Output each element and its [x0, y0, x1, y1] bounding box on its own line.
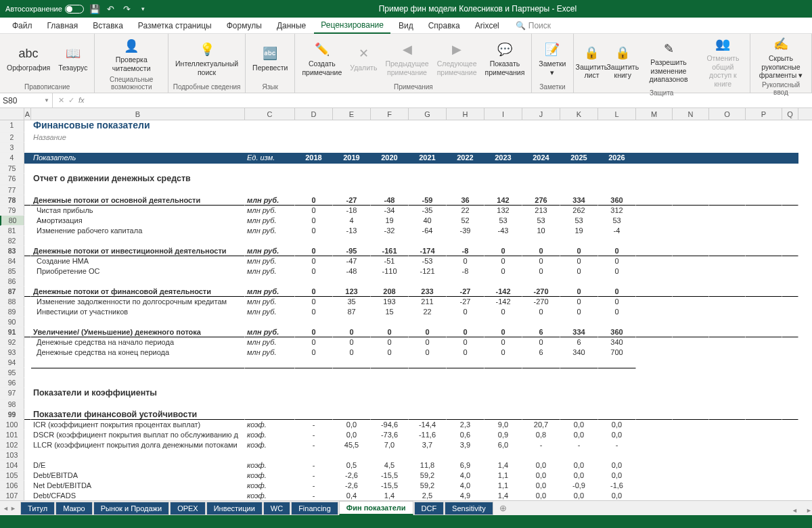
cell[interactable] — [782, 358, 798, 368]
cell[interactable]: 0 — [447, 327, 484, 337]
row-header[interactable]: 86 — [0, 277, 24, 287]
row-header[interactable]: 107 — [0, 491, 24, 500]
cell[interactable]: -142 — [484, 287, 522, 297]
cell[interactable]: - — [295, 440, 333, 450]
cell[interactable] — [31, 378, 245, 388]
cell[interactable] — [636, 143, 673, 153]
sheet-tab[interactable]: Рынок и Продажи — [93, 502, 169, 515]
cell[interactable]: 0 — [484, 327, 522, 337]
cell[interactable]: 2026 — [598, 153, 636, 164]
cell[interactable] — [245, 400, 295, 410]
cell[interactable] — [295, 174, 333, 185]
cell[interactable]: 0 — [560, 256, 598, 266]
cell[interactable] — [673, 410, 709, 420]
cell[interactable] — [782, 143, 798, 153]
cell[interactable] — [409, 174, 447, 185]
cell[interactable]: -8 — [447, 266, 484, 277]
cell[interactable] — [673, 440, 709, 450]
cell[interactable] — [598, 133, 636, 143]
cell[interactable]: - — [560, 440, 598, 450]
cell[interactable] — [782, 236, 798, 246]
cell[interactable] — [746, 133, 782, 143]
cell[interactable] — [636, 440, 673, 450]
cell[interactable]: -48 — [371, 195, 409, 206]
cell[interactable]: - — [295, 471, 333, 481]
cell[interactable]: 0,0 — [560, 471, 598, 481]
cell[interactable] — [560, 410, 598, 420]
cell[interactable]: 276 — [522, 195, 560, 206]
cell[interactable]: Показатели и коэффициенты — [31, 388, 245, 400]
cell[interactable]: 0,0 — [560, 430, 598, 440]
cell[interactable]: 123 — [333, 287, 371, 297]
cell[interactable] — [295, 164, 333, 174]
cell[interactable]: 334 — [560, 195, 598, 206]
cell[interactable] — [31, 236, 245, 246]
row-header[interactable]: 102 — [0, 440, 24, 450]
col-header[interactable]: C — [245, 108, 295, 120]
cell[interactable]: Отчет о движении денежных средств — [31, 174, 245, 185]
cell[interactable] — [560, 133, 598, 143]
cell[interactable] — [709, 400, 746, 410]
cell[interactable] — [333, 358, 371, 368]
ribbon-btn[interactable]: abcОрфография — [4, 45, 53, 74]
ribbon-btn[interactable]: 🔒Защититькнигу — [608, 44, 637, 81]
cell[interactable]: 0 — [409, 337, 447, 347]
cell[interactable]: 0 — [333, 347, 371, 358]
cell[interactable]: 2024 — [522, 153, 560, 164]
row-header[interactable]: 4 — [0, 153, 24, 164]
cell[interactable]: Денежные средства на начало периода — [31, 337, 245, 347]
cell[interactable]: 0,8 — [522, 430, 560, 440]
cell[interactable]: -142 — [484, 297, 522, 307]
cell[interactable] — [245, 143, 295, 153]
cell[interactable]: -34 — [371, 206, 409, 216]
cell[interactable] — [782, 307, 798, 317]
cell[interactable]: - — [295, 430, 333, 440]
cell[interactable] — [560, 277, 598, 287]
cell[interactable] — [636, 368, 673, 378]
cell[interactable]: 0 — [598, 287, 636, 297]
cell[interactable] — [522, 143, 560, 153]
cell[interactable] — [295, 450, 333, 460]
cell[interactable]: Создание НМА — [31, 256, 245, 266]
cell[interactable] — [673, 471, 709, 481]
cell[interactable] — [673, 216, 709, 226]
cell[interactable] — [673, 226, 709, 236]
cell[interactable]: 0,0 — [598, 471, 636, 481]
cell[interactable]: Debt/EBITDA — [31, 471, 245, 481]
cell[interactable] — [522, 236, 560, 246]
cell[interactable] — [746, 236, 782, 246]
cell[interactable] — [409, 277, 447, 287]
cell[interactable] — [371, 277, 409, 287]
cell[interactable] — [673, 327, 709, 337]
cell[interactable] — [673, 400, 709, 410]
cell[interactable]: Показатели финансовой устойчивости — [31, 410, 245, 420]
cell[interactable] — [24, 297, 31, 307]
cell[interactable] — [371, 400, 409, 410]
cell[interactable] — [746, 327, 782, 337]
cell[interactable]: коэф. — [245, 481, 295, 491]
cell[interactable] — [24, 378, 31, 388]
cell[interactable] — [636, 206, 673, 216]
cell[interactable] — [245, 317, 295, 327]
cell[interactable] — [746, 317, 782, 327]
cell[interactable] — [673, 153, 709, 164]
redo-icon[interactable]: ↷ — [122, 3, 133, 14]
cell[interactable] — [245, 133, 295, 143]
cell[interactable]: 9,0 — [484, 420, 522, 430]
cell[interactable] — [709, 277, 746, 287]
cell[interactable] — [636, 460, 673, 471]
cell[interactable]: 0 — [333, 337, 371, 347]
cell[interactable] — [24, 216, 31, 226]
cell[interactable] — [673, 317, 709, 327]
cell[interactable]: Приобретение ОС — [31, 266, 245, 277]
cell[interactable] — [636, 287, 673, 297]
row-header[interactable]: 87 — [0, 287, 24, 297]
row-header[interactable]: 76 — [0, 174, 24, 185]
cell[interactable] — [560, 236, 598, 246]
cell[interactable]: -32 — [371, 226, 409, 236]
cell[interactable]: 1,1 — [484, 471, 522, 481]
row-header[interactable]: 92 — [0, 337, 24, 347]
cell[interactable]: 22 — [447, 206, 484, 216]
cell[interactable] — [673, 388, 709, 400]
cell[interactable] — [746, 368, 782, 378]
